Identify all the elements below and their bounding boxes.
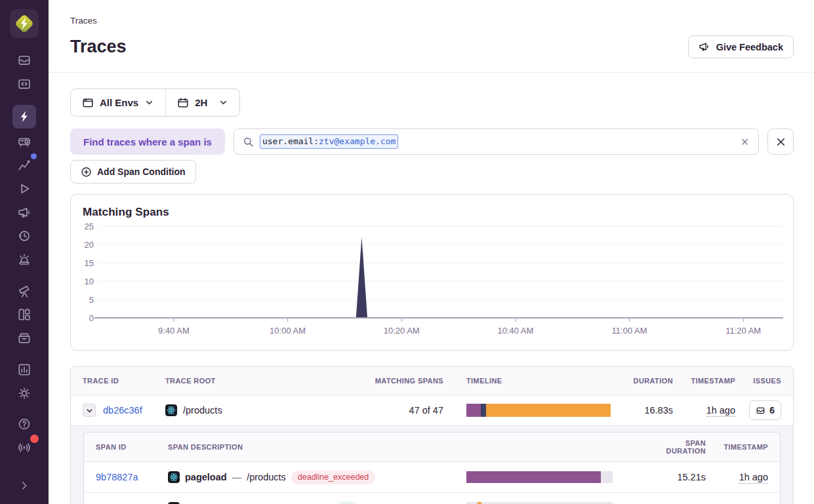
col-issues: ISSUES (735, 377, 781, 385)
react-icon (165, 404, 177, 416)
give-feedback-label: Give Feedback (716, 42, 783, 52)
col-span-description: SPAN DESCRIPTION (168, 443, 466, 451)
sidebar-item-discover[interactable] (14, 281, 35, 301)
lightning-icon (17, 109, 31, 124)
add-span-condition-label: Add Span Condition (97, 166, 186, 177)
span-id-link[interactable]: 9b78827a (96, 472, 138, 482)
sidebar-item-service-status[interactable] (14, 437, 35, 458)
sidebar-item-history[interactable] (14, 225, 35, 246)
play-icon (17, 182, 31, 196)
code-folder-icon (17, 77, 31, 91)
sentry-logo[interactable] (10, 9, 39, 38)
col-duration: DURATION (611, 377, 673, 385)
chevron-right-icon (18, 480, 30, 492)
svg-text:11:20 AM: 11:20 AM (725, 326, 761, 336)
clear-search-button[interactable] (740, 137, 750, 147)
sidebar (0, 0, 49, 504)
trace-timeline-bar[interactable] (466, 404, 611, 417)
chevron-down-icon (218, 98, 228, 107)
trend-chart-icon (17, 158, 31, 172)
svg-text:10:40 AM: 10:40 AM (497, 326, 533, 336)
sidebar-item-projects[interactable] (14, 131, 35, 152)
col-matching-spans: MATCHING SPANS (375, 377, 453, 385)
close-icon (740, 137, 750, 147)
siren-icon (17, 252, 31, 267)
svg-text:5: 5 (89, 295, 94, 305)
give-feedback-button[interactable]: Give Feedback (688, 35, 794, 58)
trace-issues-button[interactable]: 6 (749, 400, 781, 420)
react-icon (168, 471, 180, 483)
trace-expander-button[interactable] (83, 404, 96, 417)
telescope-icon (17, 284, 31, 298)
add-span-condition-button[interactable]: Add Span Condition (70, 160, 196, 184)
main-area: Traces Traces Give Feedback (49, 0, 814, 504)
trace-id-link[interactable]: db26c36f (103, 405, 142, 416)
sidebar-item-performance[interactable] (14, 155, 35, 176)
traces-table-header: TRACE ID TRACE ROOT MATCHING SPANS TIMEL… (71, 367, 793, 395)
search-token[interactable]: user.email:ztv@example.com (260, 134, 399, 149)
sidebar-item-explore[interactable] (14, 73, 35, 94)
expanded-span-panel: SPAN ID SPAN DESCRIPTION SPAN DURATION T… (71, 425, 793, 504)
token-value: ztv@example.com (319, 136, 396, 146)
sidebar-item-feedback[interactable] (14, 202, 35, 223)
svg-text:10: 10 (85, 277, 94, 286)
traces-table: TRACE ID TRACE ROOT MATCHING SPANS TIMEL… (70, 366, 794, 504)
span-timeline-bar[interactable] (466, 471, 613, 483)
help-icon (17, 417, 31, 431)
gear-icon (17, 386, 31, 400)
sidebar-item-issues[interactable] (14, 50, 35, 71)
calendar-icon (177, 97, 189, 109)
sidebar-item-replays[interactable] (14, 178, 35, 199)
megaphone-icon (17, 205, 31, 220)
dashboard-icon (17, 307, 31, 322)
window-icon (82, 97, 94, 109)
sidebar-item-alerts[interactable] (14, 249, 35, 270)
col-timeline: TIMELINE (453, 377, 611, 385)
environment-filter[interactable]: All Envs (71, 89, 165, 116)
matching-spans-count: 47 of 47 (375, 405, 453, 416)
span-description: /products (247, 472, 286, 482)
sidebar-item-stats[interactable] (14, 359, 35, 380)
chart-title: Matching Spans (83, 206, 781, 219)
notification-dot-red (30, 435, 39, 443)
svg-text:0: 0 (89, 313, 94, 323)
trace-timestamp[interactable]: 1h ago (706, 405, 735, 417)
broadcast-icon (17, 440, 31, 455)
svg-text:25: 25 (85, 222, 94, 231)
issues-count: 6 (769, 405, 775, 416)
close-icon (775, 136, 786, 147)
archive-box-icon (17, 331, 31, 345)
svg-text:10:00 AM: 10:00 AM (270, 326, 306, 336)
svg-text:9:40 AM: 9:40 AM (158, 326, 190, 336)
remove-condition-button[interactable] (767, 128, 794, 155)
condition-label-pill: Find traces where a span is (70, 128, 225, 155)
chevron-down-icon (144, 98, 154, 107)
span-separator: — (232, 472, 242, 482)
inbox-icon (756, 406, 765, 416)
stats-bars-icon (17, 362, 31, 377)
sidebar-item-dashboards[interactable] (14, 304, 35, 325)
sidebar-item-help[interactable] (14, 414, 35, 435)
matching-spans-chart-card: Matching Spans 05101520259:40 AM10:00 AM… (70, 194, 794, 351)
trace-row: db26c36f /products (71, 395, 793, 425)
spans-table-header: SPAN ID SPAN DESCRIPTION SPAN DURATION T… (84, 433, 780, 462)
environment-filter-value: All Envs (100, 97, 138, 108)
page-header: Traces Traces Give Feedback (49, 0, 814, 73)
inbox-icon (17, 53, 31, 68)
time-range-filter[interactable]: 2H (166, 89, 239, 116)
span-row: 9b78827a (84, 462, 780, 493)
search-icon (243, 136, 254, 147)
status-badge: ok (336, 501, 357, 504)
svg-text:10:20 AM: 10:20 AM (384, 326, 420, 336)
page-title: Traces (70, 37, 127, 57)
trace-root-label[interactable]: /products (183, 405, 222, 416)
sidebar-collapse-button[interactable] (14, 475, 35, 496)
plus-circle-icon (81, 166, 92, 178)
sidebar-item-settings[interactable] (14, 383, 35, 404)
sidebar-item-traces[interactable] (12, 105, 36, 128)
megaphone-icon (699, 41, 710, 53)
span-timestamp[interactable]: 1h ago (739, 472, 768, 484)
breadcrumb[interactable]: Traces (70, 16, 794, 26)
span-search-input[interactable]: user.email:ztv@example.com (234, 128, 759, 155)
sidebar-item-releases[interactable] (14, 328, 35, 349)
